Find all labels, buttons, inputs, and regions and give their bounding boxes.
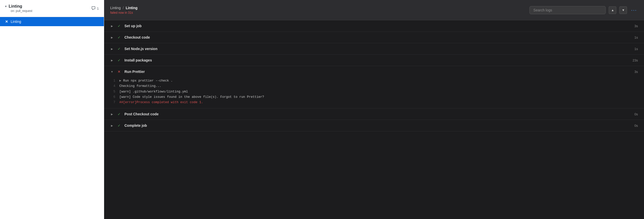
step-arrow-icon: ▶ bbox=[110, 124, 114, 127]
chevron-down-icon[interactable]: ▾ bbox=[5, 5, 7, 8]
sidebar-group-title: Linting bbox=[9, 4, 22, 9]
log-step-checkout-code: ▶✓Checkout code1s bbox=[104, 32, 644, 43]
step-success-icon: ✓ bbox=[117, 24, 121, 28]
step-duration: 3s bbox=[628, 70, 638, 74]
step-header-post-checkout-code[interactable]: ▶✓Post Checkout code0s bbox=[104, 108, 644, 120]
step-header-set-nodejs-version[interactable]: ▶✓Set Node.js version1s bbox=[104, 43, 644, 54]
step-duration: 23s bbox=[628, 58, 638, 62]
sidebar-item-linting[interactable]: ✕ Linting bbox=[0, 17, 104, 26]
sidebar-header: ▾ Linting on: pull_request 1 bbox=[0, 0, 104, 17]
line-content: Checking formatting... bbox=[119, 84, 161, 89]
step-duration: 1s bbox=[628, 47, 638, 51]
step-header-checkout-code[interactable]: ▶✓Checkout code1s bbox=[104, 32, 644, 43]
step-success-icon: ✓ bbox=[117, 35, 121, 39]
step-arrow-icon: ▼ bbox=[110, 70, 114, 73]
step-label: Complete job bbox=[124, 123, 625, 128]
step-arrow-icon: ▶ bbox=[110, 113, 114, 116]
step-success-icon: ✓ bbox=[117, 123, 121, 128]
step-arrow-icon: ▶ bbox=[110, 59, 114, 62]
line-content: [warn] .github/workflows/linting.yml bbox=[119, 89, 188, 95]
failed-x-icon: ✕ bbox=[5, 20, 8, 24]
breadcrumb-separator: / bbox=[123, 6, 124, 10]
log-line: 1Run npx prettier --check . bbox=[110, 78, 638, 84]
step-duration: 1s bbox=[628, 36, 638, 39]
more-options-button[interactable]: ··· bbox=[630, 7, 638, 13]
line-number: 5 bbox=[110, 89, 119, 95]
line-number: 7 bbox=[110, 100, 119, 105]
breadcrumb-current: Linting bbox=[126, 6, 138, 10]
step-label: Install packages bbox=[124, 58, 625, 62]
log-line: 5[warn] .github/workflows/linting.yml bbox=[110, 89, 638, 95]
step-duration: 0s bbox=[628, 124, 638, 128]
step-success-icon: ✓ bbox=[117, 47, 121, 51]
header-controls: ▲ ▼ ··· bbox=[529, 6, 638, 14]
log-step-set-up-job: ▶✓Set up job3s bbox=[104, 20, 644, 32]
step-duration: 0s bbox=[628, 112, 638, 116]
step-arrow-icon: ▶ bbox=[110, 48, 114, 50]
breadcrumb: Linting / Linting bbox=[110, 6, 138, 10]
step-label: Checkout code bbox=[124, 35, 625, 39]
sidebar-comment-area: 1 bbox=[91, 6, 99, 11]
step-label: Set up job bbox=[124, 24, 625, 28]
step-label: Post Checkout code bbox=[124, 112, 625, 116]
log-content: ▶✓Set up job3s▶✓Checkout code1s▶✓Set Nod… bbox=[104, 20, 644, 219]
log-line: 4Checking formatting... bbox=[110, 84, 638, 89]
step-success-icon: ✓ bbox=[117, 112, 121, 116]
nav-up-button[interactable]: ▲ bbox=[609, 6, 616, 14]
status-badge: failed now in 31s bbox=[110, 11, 138, 14]
step-failed-icon: ✕ bbox=[117, 70, 121, 74]
sidebar: ▾ Linting on: pull_request 1 ✕ Linting bbox=[0, 0, 104, 219]
sidebar-item-label: Linting bbox=[11, 20, 21, 24]
log-step-post-checkout-code: ▶✓Post Checkout code0s bbox=[104, 108, 644, 120]
main-header: Linting / Linting failed now in 31s ▲ ▼ … bbox=[104, 0, 644, 20]
main-panel: Linting / Linting failed now in 31s ▲ ▼ … bbox=[104, 0, 644, 219]
line-number: 6 bbox=[110, 95, 119, 100]
step-arrow-icon: ▶ bbox=[110, 25, 114, 27]
log-step-set-nodejs-version: ▶✓Set Node.js version1s bbox=[104, 43, 644, 55]
log-line: 7##[error]Process completed with exit co… bbox=[110, 100, 638, 105]
line-content: [warn] Code style issues found in the ab… bbox=[119, 95, 264, 100]
log-step-install-packages: ▶✓Install packages23s bbox=[104, 55, 644, 66]
comment-icon bbox=[91, 6, 95, 11]
step-label: Run Prettier bbox=[124, 70, 625, 74]
log-step-complete-job: ▶✓Complete job0s bbox=[104, 120, 644, 131]
step-header-run-prettier[interactable]: ▼✕Run Prettier3s bbox=[104, 66, 644, 77]
sidebar-group-trigger: on: pull_request bbox=[11, 9, 32, 13]
breadcrumb-parent: Linting bbox=[110, 6, 121, 10]
step-arrow-icon: ▶ bbox=[110, 36, 114, 39]
search-input[interactable] bbox=[529, 6, 606, 14]
comment-count: 1 bbox=[97, 7, 99, 10]
step-header-set-up-job[interactable]: ▶✓Set up job3s bbox=[104, 20, 644, 32]
step-header-install-packages[interactable]: ▶✓Install packages23s bbox=[104, 55, 644, 66]
line-content: Run npx prettier --check . bbox=[119, 78, 173, 84]
line-number: 1 bbox=[110, 78, 119, 84]
step-log-lines: 1Run npx prettier --check .4Checking for… bbox=[104, 77, 644, 108]
log-step-run-prettier: ▼✕Run Prettier3s1Run npx prettier --chec… bbox=[104, 66, 644, 108]
line-number: 4 bbox=[110, 84, 119, 89]
header-title-area: Linting / Linting failed now in 31s bbox=[110, 6, 138, 14]
log-line: 6[warn] Code style issues found in the a… bbox=[110, 95, 638, 100]
step-success-icon: ✓ bbox=[117, 58, 121, 62]
nav-down-button[interactable]: ▼ bbox=[619, 6, 627, 14]
line-content: ##[error]Process completed with exit cod… bbox=[119, 100, 203, 105]
step-header-complete-job[interactable]: ▶✓Complete job0s bbox=[104, 120, 644, 131]
step-label: Set Node.js version bbox=[124, 47, 625, 51]
step-duration: 3s bbox=[628, 24, 638, 28]
